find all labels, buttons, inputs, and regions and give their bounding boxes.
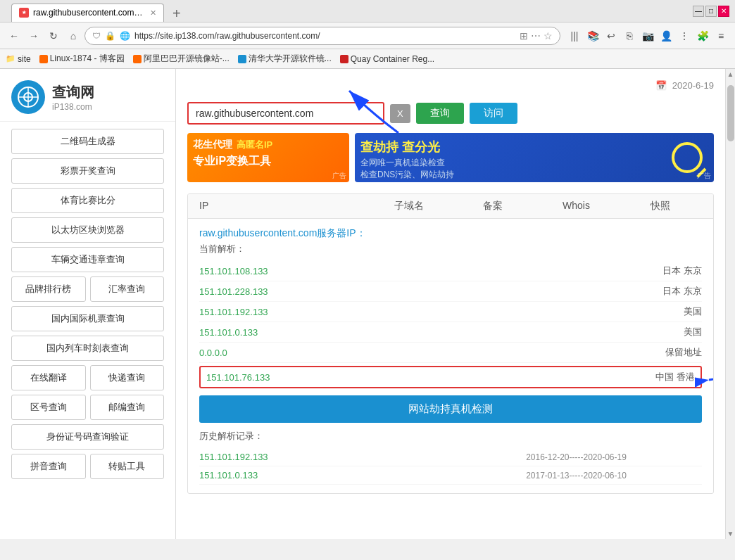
ad-left-text1: 花生代理 高匿名IP [193, 139, 344, 151]
ad-right[interactable]: 查劫持 查分光 全网唯一真机追染检查 检查DNS污染、网站劫持 广告 [355, 133, 714, 182]
check-button[interactable]: 网站劫持真机检测 [199, 395, 702, 423]
sidebar-menu: 二维码生成器 彩票开奖查询 体育比赛比分 以太坊区块浏览器 车辆交通违章查询 品… [0, 122, 175, 490]
back-button[interactable]: ← [6, 27, 23, 44]
bookmark-site[interactable]: 📁 site [6, 54, 31, 64]
menu-translate[interactable]: 在线翻译 [11, 365, 86, 390]
address-bar: ← → ↻ ⌂ 🛡 🔒 🌐 https://site.ip138.com/raw… [0, 23, 735, 49]
menu-area[interactable]: 区号查询 [11, 395, 86, 420]
menu-rate[interactable]: 汇率查询 [90, 276, 165, 302]
bookmark-linux[interactable]: Linux-1874 - 博客园 [39, 53, 125, 65]
history-row-1: 151.101.0.133 2017-01-13-----2020-06-10 [199, 466, 702, 485]
tab-close-btn[interactable]: ✕ [150, 8, 156, 18]
url-box[interactable]: 🛡 🔒 🌐 https://site.ip138.com/raw.githubu… [84, 27, 560, 45]
bookmark-label: site [18, 54, 31, 64]
site-domain: iP138.com [52, 102, 94, 112]
ad-right-sub2: 检查DNS污染、网站劫持 [360, 169, 454, 181]
copy-icon[interactable]: ⎘ [621, 27, 638, 44]
menu-lottery[interactable]: 彩票开奖查询 [11, 158, 164, 184]
reading-list-icon[interactable]: ||| [566, 27, 583, 44]
new-tab-button[interactable]: + [172, 6, 181, 22]
access-button[interactable]: 访问 [470, 103, 517, 124]
main-content: 📅 2020-6-19 X 查询 访问 [176, 69, 725, 539]
minimize-button[interactable]: — [693, 6, 704, 17]
col-snapshot[interactable]: 快照 [618, 200, 702, 212]
site-header: 查询网 iP138.com [0, 69, 175, 122]
extensions-icon[interactable]: 🧩 [694, 27, 711, 44]
home-button[interactable]: ⌂ [65, 27, 82, 44]
maximize-button[interactable]: □ [705, 6, 717, 17]
page-content: 查询网 iP138.com 二维码生成器 彩票开奖查询 体育比赛比分 以太坊区块… [0, 69, 735, 539]
query-button[interactable]: 查询 [416, 103, 464, 124]
active-tab[interactable]: ★ raw.githubusercontent.com查询 ✕ [11, 4, 164, 22]
menu-flights[interactable]: 国内国际机票查询 [11, 306, 164, 331]
scrollbar-up[interactable]: ▲ [727, 70, 734, 78]
close-button[interactable]: ✕ [718, 6, 729, 17]
history-title: 历史解析记录： [199, 430, 702, 443]
ad-right-sub1: 全网唯一真机追染检查 [360, 157, 454, 169]
ip-addr-1[interactable]: 151.101.228.133 [199, 286, 534, 297]
menu-id[interactable]: 身份证号码查询验证 [11, 424, 164, 450]
bookmarks-icon[interactable]: 📚 [584, 27, 601, 44]
bookmark-alibaba[interactable]: 阿里巴巴开源镜像站-... [133, 53, 230, 65]
menu-paste[interactable]: 转贴工具 [90, 454, 165, 479]
bookmark-quay[interactable]: Quay Container Reg... [340, 54, 434, 64]
bookmark-tsinghua[interactable]: 清华大学开源软件镜... [238, 53, 332, 65]
menu-brand[interactable]: 品牌排行榜 [11, 276, 86, 302]
url-action-icons: ⊞ ⋯ ☆ [520, 30, 553, 42]
history-ip-1[interactable]: 151.101.0.133 [199, 470, 451, 481]
ip-addr-4[interactable]: 0.0.0.0 [199, 348, 534, 358]
bookmark-label-tsinghua: 清华大学开源软件镜... [249, 53, 332, 65]
site-name: 查询网 [52, 83, 94, 102]
history-ip-0[interactable]: 151.101.192.133 [199, 452, 451, 462]
more-tools-icon[interactable]: ⋮ [676, 27, 693, 44]
sidebar: 查询网 iP138.com 二维码生成器 彩票开奖查询 体育比赛比分 以太坊区块… [0, 69, 176, 539]
menu-express[interactable]: 快递查询 [90, 365, 165, 390]
menu-traffic[interactable]: 车辆交通违章查询 [11, 247, 164, 272]
result-section: raw.githubusercontent.com服务器IP： 当前解析： 15… [188, 219, 713, 493]
menu-trains[interactable]: 国内列车时刻表查询 [11, 336, 164, 361]
history-back-icon[interactable]: ↩ [603, 27, 620, 44]
ip-addr-0[interactable]: 151.101.108.133 [199, 266, 534, 276]
ad-label: 广告 [332, 171, 346, 181]
col-whois[interactable]: Whois [534, 200, 618, 212]
bookmark-favicon-tsinghua [238, 55, 246, 63]
more-icon[interactable]: ⋯ [531, 30, 541, 42]
menu-eth[interactable]: 以太坊区块浏览器 [11, 217, 164, 243]
col-subdomain[interactable]: 子域名 [367, 200, 451, 212]
scrollbar-thumb[interactable] [727, 85, 734, 141]
scrollbar-down[interactable]: ▼ [727, 530, 734, 537]
ip-row-4: 0.0.0.0 保留地址 [199, 343, 702, 363]
menu-sports[interactable]: 体育比赛比分 [11, 188, 164, 213]
bookmark-favicon-alibaba [133, 55, 142, 63]
bookmark-label-quay: Quay Container Reg... [351, 54, 434, 64]
url-text: https://site.ip138.com/raw.githubusercon… [134, 31, 515, 41]
tab-bar: ★ raw.githubusercontent.com查询 ✕ + [11, 1, 693, 22]
clear-button[interactable]: X [390, 104, 410, 123]
site-info: 查询网 iP138.com [52, 83, 94, 112]
col-ip[interactable]: IP [199, 200, 367, 212]
ad-left[interactable]: 花生代理 高匿名IP 专业iP变换工具 广告 [187, 133, 349, 182]
bookmark-icon[interactable]: ☆ [544, 30, 553, 42]
ip-addr-3[interactable]: 151.101.0.133 [199, 327, 534, 338]
bookmarks-bar: 📁 site Linux-1874 - 博客园 阿里巴巴开源镜像站-... 清华… [0, 49, 735, 69]
ip-row-0: 151.101.108.133 日本 东京 [199, 261, 702, 281]
bookmark-label-linux: Linux-1874 - 博客园 [50, 53, 125, 65]
result-title: raw.githubusercontent.com服务器IP： [199, 227, 702, 240]
ip-addr-2[interactable]: 151.101.192.133 [199, 307, 534, 317]
forward-button[interactable]: → [25, 27, 42, 44]
ad-right-title: 查劫持 查分光 [360, 139, 454, 155]
user-icon[interactable]: 👤 [658, 27, 674, 44]
menu-icon[interactable]: ≡ [712, 27, 729, 44]
highlighted-ip-addr[interactable]: 151.101.76.133 [206, 372, 532, 383]
tab-title: raw.githubusercontent.com查询 [33, 7, 146, 19]
reload-button[interactable]: ↻ [45, 27, 62, 44]
menu-row-pinyin: 拼音查询 转贴工具 [11, 454, 164, 479]
scrollbar-track[interactable]: ▲ ▼ [725, 69, 735, 539]
qr-icon[interactable]: ⊞ [520, 30, 528, 42]
col-record[interactable]: 备案 [451, 200, 534, 212]
search-input[interactable] [187, 102, 384, 125]
menu-postal[interactable]: 邮编查询 [90, 395, 165, 420]
camera-icon[interactable]: 📷 [639, 27, 656, 44]
menu-qr[interactable]: 二维码生成器 [11, 129, 164, 154]
menu-pinyin[interactable]: 拼音查询 [11, 454, 86, 479]
